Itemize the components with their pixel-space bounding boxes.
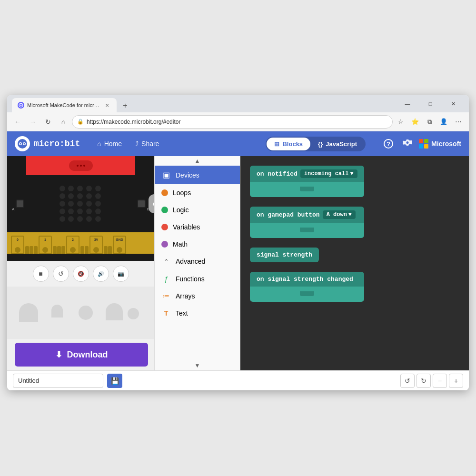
help-button[interactable]: ? [381,136,396,151]
devices-icon: ▣ [161,170,171,179]
header-icons: ? Microsoft [381,136,461,151]
microbit-logo-icon [15,136,30,151]
microbit-speaker [69,160,93,171]
led-1-3 [77,186,83,191]
favorites-button[interactable]: ☆ [395,116,407,128]
dropdown-arrow-2: ▼ [348,211,352,218]
tab-close-button[interactable]: ✕ [103,101,111,109]
block-inline-3[interactable]: signal strength [250,248,319,262]
back-button[interactable]: ← [11,115,24,129]
blocks-panel: ▲ ▣ Devices Loops Logic [155,156,240,370]
maximize-button[interactable]: □ [419,95,441,112]
close-button[interactable]: ✕ [442,95,464,112]
url-text: https://makecode.microbit.org/#editor [87,119,387,125]
tab-title: Microsoft MakeCode for micro:b [27,102,100,108]
category-arrays[interactable]: ≔ Arrays [155,288,240,305]
zoom-in-button[interactable]: + [449,374,463,388]
forward-button[interactable]: → [26,115,40,129]
sim-controls: ■ ↺ 🔇 🔊 📷 [7,261,154,287]
led-5-3 [77,216,83,222]
javascript-tab[interactable]: {} JavaScript [310,138,365,150]
block-body-1 [250,182,364,197]
microbit-notch-right [130,156,154,175]
category-variables[interactable]: Variables [155,218,240,236]
browser-menu-button[interactable]: ⋯ [452,115,465,129]
save-icon: 💾 [111,377,119,385]
svg-text:?: ? [387,140,390,148]
zoom-out-button[interactable]: − [433,374,447,388]
category-advanced[interactable]: ⌃ Advanced [155,253,240,270]
restart-button[interactable]: ↺ [53,266,69,282]
category-devices[interactable]: ▣ Devices [155,166,240,184]
block-dropdown-2[interactable]: A down ▼ [323,210,356,219]
speaker-hole-1 [77,165,79,167]
title-bar: Microsoft MakeCode for micro:b ✕ + — □ ✕ [7,95,469,112]
button-b[interactable] [137,199,146,208]
code-area[interactable]: on notified incoming call ▼ on gamepad [240,156,469,370]
redo-button[interactable]: ↻ [416,374,431,388]
variables-dot [161,224,168,230]
refresh-button[interactable]: ↻ [41,115,55,129]
home-nav-button[interactable]: ⌂ Home [91,137,128,150]
block-text-2: on gamepad button [257,211,320,218]
profile-button[interactable]: 👤 [437,116,450,128]
block-body-4 [250,287,364,302]
undo-button[interactable]: ↺ [400,374,415,388]
microbit-display: A [7,156,154,261]
block-header-4[interactable]: on signal strength changed [250,272,364,287]
url-bar[interactable]: 🔒 https://makecode.microbit.org/#editor [72,115,393,129]
minimize-button[interactable]: — [397,95,418,112]
home-button[interactable]: ⌂ [57,115,70,129]
simulator-panel: A [7,156,155,370]
save-button[interactable]: 💾 [107,374,122,388]
led-4-1 [60,208,65,214]
download-icon: ⬇ [55,349,62,360]
new-tab-button[interactable]: + [119,99,132,112]
category-loops[interactable]: Loops [155,184,240,201]
led-5-2 [68,216,74,222]
microsoft-logo: Microsoft [419,139,461,149]
collections-button[interactable]: ⭐ [409,116,421,128]
stop-button[interactable]: ■ [33,266,49,282]
settings-button[interactable] [400,136,415,151]
download-button[interactable]: ⬇ Download [15,343,148,367]
svg-rect-11 [19,313,38,322]
scroll-up-arrow[interactable]: ▲ [155,156,240,166]
svg-point-6 [24,143,25,145]
category-logic[interactable]: Logic [155,201,240,218]
block-dropdown-1[interactable]: incoming call ▼ [300,169,357,178]
collapse-simulator-button[interactable]: ❮ [149,194,154,213]
project-name-input[interactable] [13,374,103,388]
category-text[interactable]: T Text [155,305,240,322]
screenshot-button[interactable]: 📷 [113,266,129,282]
led-3-3 [77,201,83,207]
arrays-icon: ≔ [161,292,171,300]
blocks-tab[interactable]: ⊞ Blocks [267,138,310,150]
led-3-4 [86,201,92,207]
main-area: A [7,156,469,370]
block-header-2[interactable]: on gamepad button A down ▼ [250,207,364,223]
js-icon: {} [318,140,323,148]
active-tab[interactable]: Microsoft MakeCode for micro:b ✕ [12,98,117,112]
speaker-hole-2 [80,165,82,167]
button-a[interactable] [16,199,24,208]
mode-tabs: ⊞ Blocks {} JavaScript [266,137,366,151]
share-nav-button[interactable]: ⤴ Share [129,137,165,150]
led-2-5 [95,193,101,199]
scroll-down-arrow[interactable]: ▼ [155,361,240,370]
svg-rect-13 [51,310,63,317]
mute-button[interactable]: 🔇 [73,266,89,282]
led-1-2 [68,186,74,191]
sound-button[interactable]: 🔊 [93,266,109,282]
speaker-hole-3 [83,165,85,167]
category-math[interactable]: Math [155,236,240,253]
led-2-3 [77,193,83,199]
microbit-pins: 0 1 2 [7,232,154,254]
text-icon: T [161,309,171,317]
block-header-1[interactable]: on notified incoming call ▼ [250,166,364,182]
code-canvas: on notified incoming call ▼ on gamepad [240,156,469,370]
category-functions[interactable]: ƒ Functions [155,270,240,288]
math-dot [161,241,168,248]
share-url-button[interactable]: ⧉ [423,116,436,128]
tab-bar: Microsoft MakeCode for micro:b ✕ + [12,95,397,112]
